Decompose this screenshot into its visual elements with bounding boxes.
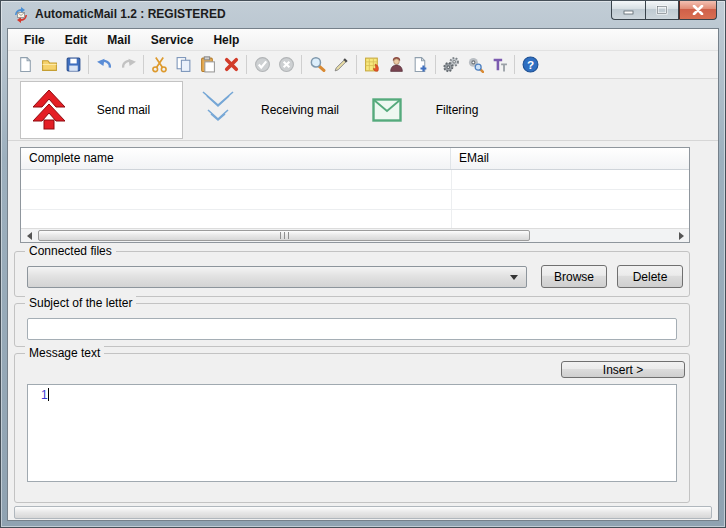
paste-icon	[199, 56, 216, 73]
scrollbar-thumb[interactable]	[38, 230, 530, 241]
toolbar-undo-button[interactable]	[92, 53, 116, 77]
scroll-left-button[interactable]	[21, 229, 37, 242]
menu-mail[interactable]: Mail	[97, 31, 140, 49]
toolbar-edit-button[interactable]	[329, 53, 353, 77]
tab-filtering[interactable]: Filtering	[360, 81, 512, 139]
edit-pen-icon	[333, 56, 350, 73]
new-document-icon	[17, 56, 34, 73]
toolbar-hotnotes-button[interactable]	[360, 53, 384, 77]
column-divider	[451, 170, 452, 228]
toolbar-separator	[301, 55, 302, 74]
toolbar-separator	[435, 55, 436, 74]
toolbar-open-button[interactable]	[37, 53, 61, 77]
toolbar-separator	[143, 55, 144, 74]
delete-file-button[interactable]: Delete	[617, 265, 683, 288]
subject-input[interactable]	[27, 318, 677, 340]
table-row[interactable]	[21, 190, 689, 210]
cut-scissors-icon	[151, 56, 168, 73]
scroll-left-icon	[27, 232, 32, 240]
toolbar-user-button[interactable]	[384, 53, 408, 77]
menu-help[interactable]: Help	[203, 31, 249, 49]
help-icon: ?	[522, 56, 539, 73]
toolbar-cut-button[interactable]	[147, 53, 171, 77]
table-row[interactable]	[21, 210, 689, 230]
svg-text:?: ?	[526, 58, 533, 71]
toolbar-separator	[246, 55, 247, 74]
message-legend: Message text	[25, 346, 104, 360]
toolbar-paste-button[interactable]	[195, 53, 219, 77]
menu-edit[interactable]: Edit	[55, 31, 98, 49]
redo-icon	[120, 56, 137, 73]
connected-files-legend: Connected files	[25, 244, 116, 258]
toolbar-help-button[interactable]: ?	[518, 53, 542, 77]
scroll-right-icon	[679, 232, 684, 240]
undo-icon	[96, 56, 113, 73]
client-area: File Edit Mail Service Help	[8, 29, 718, 520]
toolbar-new-button[interactable]	[13, 53, 37, 77]
cancel-circle-icon	[278, 56, 295, 73]
table-row[interactable]	[21, 170, 689, 190]
message-group: Message text Insert > 1	[14, 353, 690, 503]
toolbar-confirm-button[interactable]	[250, 53, 274, 77]
chevron-down-icon	[510, 275, 518, 280]
subject-legend: Subject of the letter	[25, 296, 136, 310]
filtering-icon	[372, 98, 402, 122]
menu-service[interactable]: Service	[141, 31, 204, 49]
column-header-complete-name[interactable]: Complete name	[21, 148, 451, 169]
toolbar-textformat-button[interactable]	[487, 53, 511, 77]
toolbar-search-button[interactable]	[305, 53, 329, 77]
message-text: 1	[41, 388, 48, 402]
menu-bar: File Edit Mail Service Help	[8, 29, 718, 51]
status-bar	[14, 506, 712, 519]
close-button[interactable]	[679, 1, 717, 20]
gear-settings-icon	[467, 56, 484, 73]
receiving-mail-icon	[201, 90, 235, 130]
minimize-button[interactable]	[611, 1, 645, 20]
window-title: AutomaticMail 1.2 : REGISTERED	[35, 1, 226, 29]
tab-receiving-mail[interactable]: Receiving mail	[189, 81, 365, 139]
scroll-right-button[interactable]	[673, 229, 689, 242]
tab-send-mail[interactable]: Send mail	[20, 81, 183, 139]
toolbar-redo-button[interactable]	[116, 53, 140, 77]
menu-file[interactable]: File	[14, 31, 55, 49]
tab-receiving-mail-label: Receiving mail	[235, 103, 365, 117]
save-icon	[65, 56, 82, 73]
browse-button[interactable]: Browse	[541, 265, 607, 288]
message-textarea[interactable]: 1	[27, 384, 677, 482]
title-bar[interactable]: AutomaticMail 1.2 : REGISTERED	[1, 1, 725, 29]
add-document-icon	[412, 56, 429, 73]
horizontal-scrollbar[interactable]	[21, 228, 689, 242]
toolbar-cancel-button[interactable]	[274, 53, 298, 77]
close-icon	[692, 5, 704, 15]
mode-tab-strip: Send mail Receiving mail Filtering	[8, 79, 718, 141]
gears-icon	[443, 56, 460, 73]
user-icon	[388, 56, 405, 73]
tab-send-mail-label: Send mail	[65, 103, 182, 117]
recipients-table-header: Complete name EMail	[21, 148, 689, 170]
confirm-check-icon	[254, 56, 271, 73]
subject-group: Subject of the letter	[14, 303, 690, 347]
maximize-button[interactable]	[645, 1, 679, 20]
toolbar-separator	[356, 55, 357, 74]
toolbar-separator	[88, 55, 89, 74]
recipients-table[interactable]: Complete name EMail	[20, 147, 690, 243]
insert-button[interactable]: Insert >	[561, 361, 685, 378]
toolbar-gears-button[interactable]	[439, 53, 463, 77]
scrollbar-grip-icon	[280, 232, 289, 239]
connected-files-combobox[interactable]	[27, 266, 527, 288]
toolbar: ?	[8, 51, 718, 79]
hot-notes-icon	[364, 56, 381, 73]
toolbar-settings-search-button[interactable]	[463, 53, 487, 77]
toolbar-adddoc-button[interactable]	[408, 53, 432, 77]
copy-icon	[175, 56, 192, 73]
text-caret	[48, 388, 49, 401]
column-header-email[interactable]: EMail	[451, 148, 689, 169]
send-mail-icon	[33, 90, 65, 130]
toolbar-delete-button[interactable]	[219, 53, 243, 77]
open-folder-icon	[41, 56, 58, 73]
connected-files-group: Connected files Browse Delete	[14, 251, 690, 297]
toolbar-save-button[interactable]	[61, 53, 85, 77]
toolbar-copy-button[interactable]	[171, 53, 195, 77]
toolbar-separator	[514, 55, 515, 74]
app-window: AutomaticMail 1.2 : REGISTERED File Edit…	[0, 0, 726, 528]
